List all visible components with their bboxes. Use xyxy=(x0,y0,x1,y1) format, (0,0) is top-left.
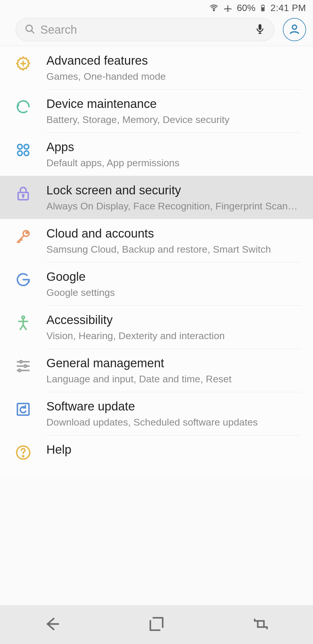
profile-button[interactable] xyxy=(283,18,306,41)
settings-item-help[interactable]: Help xyxy=(0,435,313,476)
search-icon xyxy=(24,23,36,36)
settings-item-title: Device maintenance xyxy=(46,96,301,112)
key-icon xyxy=(0,226,46,245)
recents-button[interactable] xyxy=(252,615,270,634)
status-clock: 2:41 PM xyxy=(270,3,306,13)
settings-item-text: Advanced featuresGames, One-handed mode xyxy=(46,53,301,82)
settings-item-text: AccessibilityVision, Hearing, Dexterity … xyxy=(46,312,301,342)
settings-item-title: Cloud and accounts xyxy=(46,226,301,241)
settings-item-apps[interactable]: AppsDefault apps, App permissions xyxy=(0,133,313,176)
cycle-icon xyxy=(0,96,46,115)
svg-point-13 xyxy=(24,144,29,149)
airplane-icon xyxy=(223,3,233,13)
nav-bar xyxy=(0,605,313,644)
settings-item-cloud-and-accounts[interactable]: Cloud and accountsSamsung Cloud, Backup … xyxy=(0,219,313,262)
settings-item-google[interactable]: GoogleGoogle settings xyxy=(0,262,313,305)
svg-point-0 xyxy=(214,10,214,11)
svg-rect-2 xyxy=(262,5,263,6)
battery-percent: 60% xyxy=(237,3,255,13)
settings-item-subtitle: Always On Display, Face Recognition, Fin… xyxy=(46,200,301,212)
svg-point-12 xyxy=(18,144,22,149)
svg-rect-6 xyxy=(259,24,261,30)
person-icon xyxy=(288,23,301,37)
header-row: Search xyxy=(0,16,313,46)
help-icon xyxy=(0,442,46,461)
svg-point-9 xyxy=(292,25,297,29)
settings-item-general-management[interactable]: General managementLanguage and input, Da… xyxy=(0,349,313,392)
person-icon xyxy=(0,312,46,332)
settings-item-text: Cloud and accountsSamsung Cloud, Backup … xyxy=(46,226,301,255)
settings-item-text: Lock screen and securityAlways On Displa… xyxy=(46,183,301,212)
wifi-icon xyxy=(209,3,219,13)
settings-item-text: Help xyxy=(46,442,301,457)
svg-point-29 xyxy=(19,369,21,372)
settings-item-title: Software update xyxy=(46,399,301,414)
svg-line-5 xyxy=(32,31,34,33)
settings-item-accessibility[interactable]: AccessibilityVision, Hearing, Dexterity … xyxy=(0,305,313,349)
settings-item-title: Lock screen and security xyxy=(46,183,301,198)
settings-item-advanced-features[interactable]: Advanced featuresGames, One-handed mode xyxy=(0,46,313,89)
settings-item-text: Software updateDownload updates, Schedul… xyxy=(46,399,301,428)
status-bar: 60% 2:41 PM xyxy=(0,0,313,16)
svg-point-23 xyxy=(22,316,25,319)
settings-item-device-maintenance[interactable]: Device maintenanceBattery, Storage, Memo… xyxy=(0,89,313,133)
settings-list: Advanced featuresGames, One-handed modeD… xyxy=(0,46,313,476)
settings-item-subtitle: Samsung Cloud, Backup and restore, Smart… xyxy=(46,243,301,256)
mic-icon[interactable] xyxy=(254,23,266,36)
settings-item-title: Advanced features xyxy=(46,53,301,68)
svg-point-4 xyxy=(26,25,32,32)
settings-item-text: AppsDefault apps, App permissions xyxy=(46,140,301,169)
home-button[interactable] xyxy=(147,615,166,634)
settings-item-software-update[interactable]: Software updateDownload updates, Schedul… xyxy=(0,392,313,435)
settings-item-subtitle: Language and input, Date and time, Reset xyxy=(46,373,301,385)
four-circles-icon xyxy=(0,140,46,159)
svg-point-32 xyxy=(23,456,24,457)
lock-icon xyxy=(0,183,46,202)
sliders-icon xyxy=(0,356,46,375)
settings-item-title: General management xyxy=(46,356,301,371)
settings-item-subtitle: Download updates, Scheduled software upd… xyxy=(46,416,301,428)
settings-item-subtitle: Vision, Hearing, Dexterity and interacti… xyxy=(46,330,301,342)
search-placeholder: Search xyxy=(40,23,250,36)
svg-point-14 xyxy=(18,151,22,155)
settings-item-title: Google xyxy=(46,269,301,285)
svg-point-15 xyxy=(24,151,29,155)
settings-item-title: Help xyxy=(46,442,301,457)
update-box-icon xyxy=(0,399,46,418)
svg-point-20 xyxy=(26,232,28,234)
settings-item-subtitle: Google settings xyxy=(46,286,301,299)
settings-item-text: GoogleGoogle settings xyxy=(46,269,301,299)
google-icon xyxy=(0,269,46,288)
svg-point-25 xyxy=(20,361,22,363)
battery-icon xyxy=(259,3,266,13)
settings-item-subtitle: Games, One-handed mode xyxy=(46,70,301,83)
settings-item-subtitle: Default apps, App permissions xyxy=(46,157,301,169)
settings-item-text: General managementLanguage and input, Da… xyxy=(46,356,301,385)
settings-item-subtitle: Battery, Storage, Memory, Device securit… xyxy=(46,113,301,126)
settings-item-title: Accessibility xyxy=(46,312,301,328)
settings-item-text: Device maintenanceBattery, Storage, Memo… xyxy=(46,96,301,126)
search-input[interactable]: Search xyxy=(16,18,274,41)
settings-item-lock-screen-and-security[interactable]: Lock screen and securityAlways On Displa… xyxy=(0,176,313,219)
svg-point-27 xyxy=(24,365,27,367)
svg-rect-3 xyxy=(262,7,264,11)
gear-plus-icon xyxy=(0,53,46,72)
settings-item-title: Apps xyxy=(46,140,301,155)
back-button[interactable] xyxy=(43,615,61,634)
